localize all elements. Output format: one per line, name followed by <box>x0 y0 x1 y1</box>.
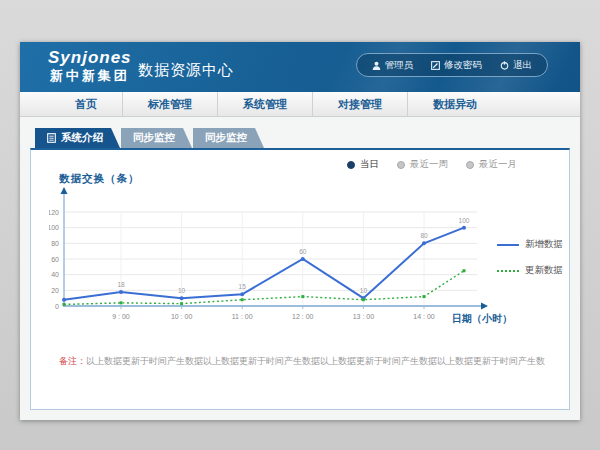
legend-item-new-data: 新增数据 <box>497 238 563 251</box>
edit-icon <box>431 61 440 70</box>
main-nav: 首页 标准管理 系统管理 对接管理 数据异动 <box>20 92 580 117</box>
chart-panel: 当日 最近一周 最近一月 数据交换（条） 0204060801001209 : … <box>30 148 570 410</box>
nav-item-system-mgmt[interactable]: 系统管理 <box>218 92 313 116</box>
user-icon <box>372 61 381 70</box>
logout-label: 退出 <box>513 59 532 72</box>
page-title: 数据资源中心 <box>138 61 234 80</box>
svg-text:100: 100 <box>459 217 470 224</box>
radio-last-week-label: 最近一周 <box>410 158 448 171</box>
chart-legend: 新增数据 更新数据 <box>497 238 563 277</box>
user-menu: 管理员 修改密码 退出 <box>356 53 549 77</box>
tab-sync-monitor-2[interactable]: 同步监控 <box>193 128 264 148</box>
legend-label-new-data: 新增数据 <box>525 238 563 251</box>
legend-swatch-new-data <box>497 244 519 246</box>
svg-text:10: 10 <box>360 287 368 294</box>
logo-company-name: 新中新集团 <box>48 68 132 84</box>
svg-text:18: 18 <box>117 281 125 288</box>
svg-text:15: 15 <box>239 283 247 290</box>
svg-text:11 : 00: 11 : 00 <box>232 313 253 320</box>
logout-button[interactable]: 退出 <box>491 59 541 72</box>
svg-text:10: 10 <box>178 287 186 294</box>
tab-sync-monitor-2-label: 同步监控 <box>205 131 247 145</box>
footnote-prefix: 备注： <box>59 356 86 366</box>
tab-system-intro[interactable]: 系统介绍 <box>35 128 120 148</box>
document-icon <box>47 133 56 143</box>
tab-sync-monitor-1-label: 同步监控 <box>133 131 175 145</box>
svg-text:40: 40 <box>51 271 59 278</box>
change-password-label: 修改密码 <box>444 59 482 72</box>
legend-swatch-updated-data <box>497 270 519 272</box>
nav-item-data-change[interactable]: 数据异动 <box>408 92 502 116</box>
svg-text:60: 60 <box>299 248 307 255</box>
user-menu-admin-label: 管理员 <box>385 59 414 72</box>
time-range-radios: 当日 最近一周 最近一月 <box>347 158 517 171</box>
change-password-button[interactable]: 修改密码 <box>422 59 491 72</box>
user-menu-admin[interactable]: 管理员 <box>363 59 423 72</box>
logo-brand-text: Synjones <box>48 48 132 68</box>
radio-last-month-label: 最近一月 <box>479 158 517 171</box>
svg-text:14 : 00: 14 : 00 <box>413 313 435 320</box>
footnote: 备注：以上数据更新于时间产生数据以上数据更新于时间产生数据以上数据更新于时间产生… <box>59 355 545 368</box>
radio-today-dot <box>347 161 355 169</box>
svg-text:120: 120 <box>49 209 59 216</box>
radio-last-month-dot <box>466 161 474 169</box>
line-chart: 0204060801001209 : 0010 : 0011 : 0012 : … <box>49 184 499 334</box>
company-logo: Synjones 新中新集团 <box>48 48 132 84</box>
x-axis-title: 日期（小时） <box>452 312 512 326</box>
nav-item-standard-mgmt[interactable]: 标准管理 <box>123 92 218 116</box>
svg-text:13 : 00: 13 : 00 <box>353 313 375 320</box>
radio-today-label: 当日 <box>360 158 379 171</box>
app-header: Synjones 新中新集团 数据资源中心 管理员 修改密码 退出 <box>20 42 580 92</box>
content-area: 系统介绍 同步监控 同步监控 当日 最近一周 <box>20 117 580 420</box>
svg-text:9 : 00: 9 : 00 <box>112 313 130 320</box>
nav-item-home[interactable]: 首页 <box>50 92 123 116</box>
svg-text:0: 0 <box>55 303 59 310</box>
legend-item-updated-data: 更新数据 <box>497 264 563 277</box>
radio-today[interactable]: 当日 <box>347 158 379 171</box>
legend-label-updated-data: 更新数据 <box>525 264 563 277</box>
svg-text:60: 60 <box>51 256 59 263</box>
nav-item-interface-mgmt[interactable]: 对接管理 <box>313 92 408 116</box>
tab-system-intro-label: 系统介绍 <box>61 131 103 145</box>
radio-last-month[interactable]: 最近一月 <box>466 158 517 171</box>
app-window: Synjones 新中新集团 数据资源中心 管理员 修改密码 退出 首页 标准管… <box>20 42 580 420</box>
tab-bar: 系统介绍 同步监控 同步监控 <box>35 128 265 148</box>
svg-text:100: 100 <box>49 224 59 231</box>
radio-last-week-dot <box>397 161 405 169</box>
svg-text:20: 20 <box>51 287 59 294</box>
svg-text:10 : 00: 10 : 00 <box>171 313 193 320</box>
svg-text:12 : 00: 12 : 00 <box>292 313 314 320</box>
footnote-text: 以上数据更新于时间产生数据以上数据更新于时间产生数据以上数据更新于时间产生数据以… <box>86 356 545 366</box>
tab-sync-monitor-1[interactable]: 同步监控 <box>121 128 192 148</box>
svg-text:80: 80 <box>51 240 59 247</box>
power-icon <box>500 61 509 70</box>
radio-last-week[interactable]: 最近一周 <box>397 158 448 171</box>
svg-text:80: 80 <box>420 232 428 239</box>
